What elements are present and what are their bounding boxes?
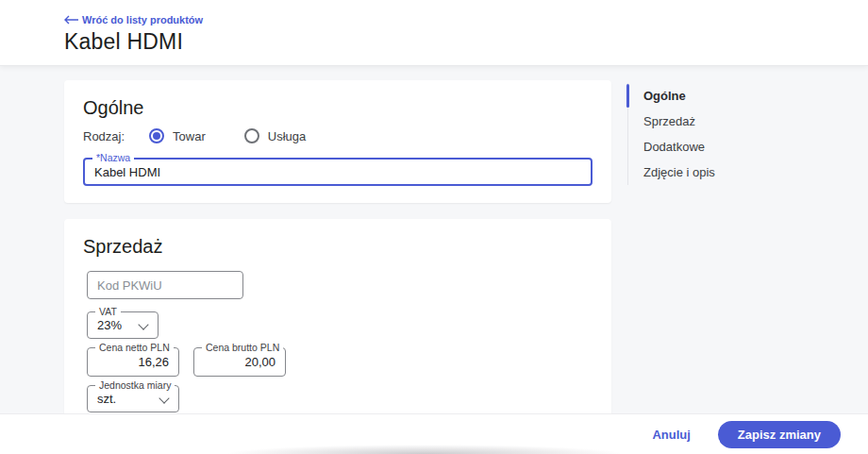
radio-selected-icon[interactable] xyxy=(149,128,164,143)
sidebar-item-zdjecie-i-opis[interactable]: Zdjęcie i opis xyxy=(628,160,854,185)
general-section-card: Ogólne Rodzaj: Towar Usługa *Nazwa xyxy=(64,80,611,203)
page-header: Wróć do listy produktów Kabel HDMI xyxy=(0,0,868,65)
pkwiu-input[interactable] xyxy=(88,272,242,298)
cancel-button[interactable]: Anuluj xyxy=(648,422,693,447)
unit-label: Jednostka miary xyxy=(95,379,175,391)
net-price-field: Cena netto PLN xyxy=(87,347,179,377)
sidebar-item-label: Dodatkowe xyxy=(643,140,705,154)
unit-select[interactable]: Jednostka miary szt. xyxy=(87,385,179,412)
long-left-arrow-icon xyxy=(64,15,79,25)
sidebar-item-label: Sprzedaż xyxy=(643,114,695,128)
radio-towar-label: Towar xyxy=(173,129,206,143)
back-link-label: Wróć do listy produktów xyxy=(82,14,203,25)
sidebar-item-dodatkowe[interactable]: Dodatkowe xyxy=(628,134,854,160)
section-side-nav: Ogólne Sprzedaż Dodatkowe Zdjęcie i opis xyxy=(627,83,854,185)
vat-select[interactable]: VAT 23% xyxy=(87,311,159,339)
sales-section-title: Sprzedaż xyxy=(83,236,163,258)
name-field: *Nazwa xyxy=(83,158,593,186)
save-button[interactable]: Zapisz zmiany xyxy=(718,421,841,448)
sidebar-item-ogolne[interactable]: Ogólne xyxy=(628,83,854,109)
sidebar-item-label: Ogólne xyxy=(643,89,686,103)
radio-usluga-label: Usługa xyxy=(268,129,306,143)
net-price-label: Cena netto PLN xyxy=(95,342,174,353)
name-input[interactable] xyxy=(85,160,591,184)
sidebar-item-label: Zdjęcie i opis xyxy=(643,165,715,179)
general-section-title: Ogólne xyxy=(83,97,144,119)
gross-price-label: Cena brutto PLN xyxy=(202,342,283,353)
gross-price-field: Cena brutto PLN xyxy=(193,347,286,377)
sidebar-item-sprzedaz[interactable]: Sprzedaż xyxy=(628,109,854,134)
vat-label: VAT xyxy=(95,306,121,317)
radio-unselected-icon[interactable] xyxy=(244,128,259,143)
pkwiu-field xyxy=(87,271,243,299)
page-title: Kabel HDMI xyxy=(64,29,183,55)
back-to-products-link[interactable]: Wróć do listy produktów xyxy=(64,14,203,25)
product-type-row: Rodzaj: Towar Usługa xyxy=(83,128,344,143)
radio-option-towar[interactable]: Towar xyxy=(149,128,206,143)
action-footer: Anuluj Zapisz zmiany xyxy=(0,413,868,454)
product-type-label: Rodzaj: xyxy=(83,129,125,143)
radio-option-usluga[interactable]: Usługa xyxy=(244,128,306,143)
name-field-label: *Nazwa xyxy=(92,152,134,163)
